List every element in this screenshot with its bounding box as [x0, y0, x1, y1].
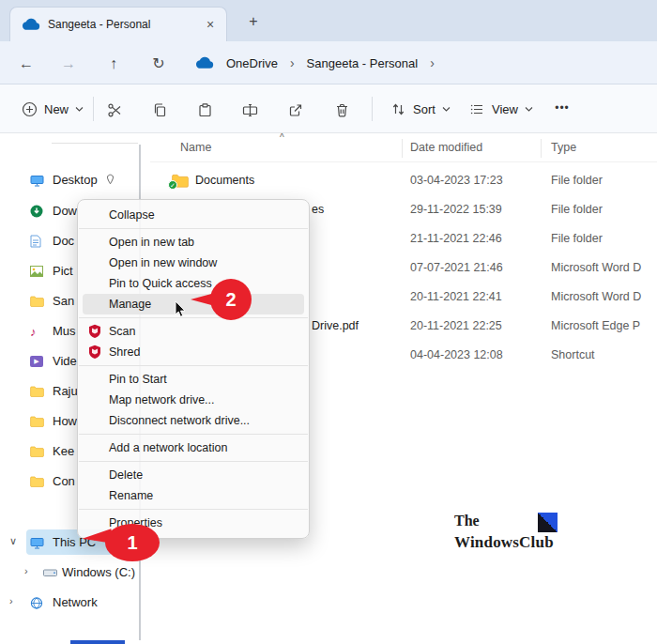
chevron-down-icon	[525, 106, 533, 112]
menu-item-open-in-new-window[interactable]: Open in new window	[83, 253, 304, 273]
forward-button[interactable]: →	[56, 52, 81, 76]
column-header-type[interactable]: Type	[551, 141, 576, 154]
sidebar-item-label: Doc	[53, 234, 74, 248]
onedrive-cloud-icon	[195, 56, 214, 69]
file-date: 20-11-2021 22:25	[410, 319, 502, 332]
network-globe-icon	[30, 596, 45, 609]
plus-circle-icon	[22, 101, 38, 117]
chevron-down-icon	[442, 106, 451, 112]
menu-item-collapse[interactable]: Collapse	[83, 205, 304, 225]
mouse-cursor-icon	[175, 300, 187, 322]
sidebar-item-label: San	[53, 294, 74, 308]
chevron-down-icon[interactable]: ∨	[9, 535, 17, 547]
monitor-icon	[30, 536, 45, 549]
menu-separator	[79, 509, 308, 510]
column-header-name[interactable]: Name	[180, 141, 211, 154]
sidebar-item-label: Dow	[53, 204, 77, 218]
breadcrumb: OneDrive › Sangeeta - Personal ›	[195, 41, 435, 84]
sidebar-item-windows-c[interactable]: › Windows (C:)	[0, 560, 141, 585]
menu-item-disconnect-network-drive[interactable]: Disconnect network drive...	[83, 410, 304, 431]
pin-icon	[105, 174, 115, 188]
breadcrumb-separator[interactable]: ›	[430, 55, 435, 70]
menu-item-scan[interactable]: Scan	[83, 321, 304, 342]
play-icon: ▶	[30, 356, 43, 367]
file-date: 03-04-2023 17:23	[410, 174, 503, 187]
callout-step-2: 2	[210, 279, 252, 320]
chevron-right-icon[interactable]: ›	[24, 565, 28, 576]
file-type: File folder	[551, 232, 656, 245]
file-date: 29-11-2022 15:39	[410, 203, 502, 216]
sidebar-item-label: Network	[53, 595, 98, 609]
menu-item-add-network-location[interactable]: Add a network location	[83, 437, 304, 458]
menu-item-shred[interactable]: Shred	[83, 342, 304, 362]
new-button[interactable]: New	[13, 96, 92, 122]
menu-separator	[79, 434, 308, 435]
music-note-icon: ♪	[30, 325, 45, 338]
folder-icon: ✓	[172, 174, 189, 188]
paste-button[interactable]	[191, 97, 218, 123]
context-menu: Collapse Open in new tab Open in new win…	[77, 199, 310, 539]
sidebar-item-label: Pict	[53, 264, 73, 278]
explorer-tab[interactable]: Sangeeta - Personal ×	[9, 7, 227, 41]
sort-button[interactable]: Sort	[383, 96, 458, 122]
file-date: 21-11-2021 22:46	[410, 232, 502, 245]
refresh-button[interactable]: ↻	[146, 52, 171, 76]
share-button[interactable]	[282, 97, 308, 123]
menu-item-map-network-drive[interactable]: Map network drive...	[83, 390, 304, 410]
sidebar-item-network[interactable]: › Network	[0, 590, 141, 615]
more-options-icon[interactable]: •••	[547, 96, 577, 122]
file-explorer-window: Sangeeta - Personal × + ← → ↑ ↻ OneDrive…	[0, 0, 657, 644]
sidebar-item-label: Mus	[53, 324, 76, 338]
folder-icon	[30, 475, 45, 488]
breadcrumb-item-onedrive[interactable]: OneDrive	[222, 54, 282, 73]
file-date: 04-04-2023 12:08	[410, 348, 503, 361]
menu-item-label: Scan	[109, 325, 136, 338]
menu-item-rename[interactable]: Rename	[83, 485, 304, 506]
file-type: Microsoft Edge P	[551, 319, 656, 332]
menu-item-open-in-new-tab[interactable]: Open in new tab	[83, 232, 304, 253]
menu-item-pin-to-start[interactable]: Pin to Start	[83, 369, 304, 390]
chevron-down-icon	[75, 106, 84, 112]
file-date: 07-07-2021 21:46	[410, 261, 503, 274]
file-name: Drive.pdf	[312, 319, 359, 332]
file-date: 20-11-2021 22:41	[410, 290, 502, 303]
column-divider[interactable]	[541, 139, 542, 158]
tab-title: Sangeeta - Personal	[48, 18, 202, 31]
cut-button[interactable]	[101, 97, 128, 123]
file-type: Shortcut	[551, 348, 656, 361]
thewindowsclub-logo: The WindowsClub	[454, 513, 558, 552]
menu-separator	[79, 317, 308, 318]
delete-button[interactable]	[328, 97, 355, 123]
up-button[interactable]: ↑	[101, 52, 126, 76]
breadcrumb-item-folder[interactable]: Sangeeta - Personal	[303, 54, 422, 73]
menu-separator	[79, 365, 308, 366]
sync-check-icon: ✓	[168, 180, 177, 190]
menu-item-pin-to-quick-access[interactable]: Pin to Quick access	[83, 273, 304, 294]
menu-item-delete[interactable]: Delete	[83, 465, 304, 485]
column-divider[interactable]	[402, 139, 403, 158]
onedrive-cloud-icon	[22, 18, 40, 31]
sidebar-item-label: Con	[53, 474, 75, 488]
sidebar-divider	[52, 143, 138, 144]
new-tab-button[interactable]: +	[242, 10, 265, 33]
logo-text-windowsclub: WindowsClub	[454, 533, 558, 552]
sidebar-item-label: Vide	[53, 354, 77, 368]
breadcrumb-separator[interactable]: ›	[290, 55, 295, 70]
copy-button[interactable]	[146, 97, 173, 123]
column-header-date[interactable]: Date modified	[410, 141, 482, 154]
clipboard-icon	[197, 102, 213, 118]
tab-close-icon[interactable]: ×	[202, 16, 219, 33]
rename-button[interactable]	[237, 97, 263, 123]
logo-text-the: The	[454, 513, 480, 529]
document-icon	[30, 235, 45, 248]
view-button-label: View	[492, 102, 518, 116]
scissors-icon	[107, 102, 123, 118]
sidebar-item-desktop[interactable]: Desktop	[0, 168, 141, 192]
sidebar-item-label: Raju	[53, 384, 78, 398]
bottom-blue-strip	[70, 640, 125, 644]
view-button[interactable]: View	[462, 96, 541, 122]
file-row-documents[interactable]: ✓ Documents 03-04-2023 17:23 File folder	[150, 167, 657, 195]
chevron-right-icon[interactable]: ›	[9, 595, 13, 606]
file-type: File folder	[551, 174, 656, 187]
back-button[interactable]: ←	[14, 52, 38, 76]
